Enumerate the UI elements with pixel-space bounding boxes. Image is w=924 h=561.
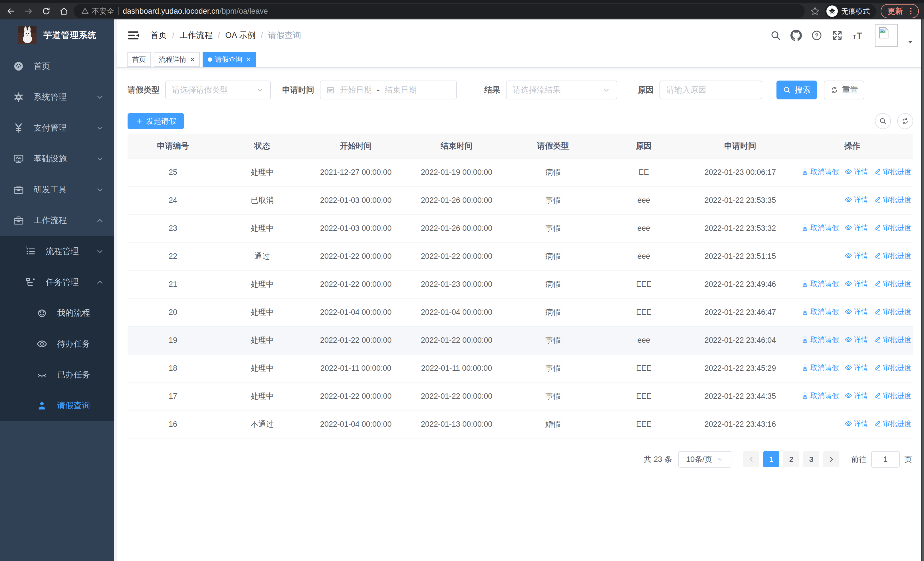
- approval-progress-link[interactable]: 审批进度: [874, 223, 912, 233]
- detail-link[interactable]: 详情: [844, 251, 868, 260]
- browser-update-button[interactable]: 更新: [880, 4, 919, 18]
- sidebar-item-leave-query[interactable]: 请假查询: [0, 390, 114, 421]
- tab-home[interactable]: 首页: [127, 52, 151, 67]
- sidebar-item-workflow[interactable]: 工作流程: [0, 205, 114, 236]
- sidebar-item-home[interactable]: 首页: [0, 51, 114, 82]
- next-page-button[interactable]: [823, 451, 839, 467]
- approval-progress-link[interactable]: 审批进度: [874, 307, 912, 316]
- search-button[interactable]: 搜索: [777, 81, 817, 99]
- browser-back-button[interactable]: [5, 5, 16, 17]
- browser-forward-button[interactable]: [23, 5, 34, 17]
- detail-link[interactable]: 详情: [844, 195, 868, 205]
- sidebar-item-todo-tasks[interactable]: 待办任务: [0, 328, 114, 359]
- close-tab-icon[interactable]: ×: [246, 56, 250, 63]
- detail-link[interactable]: 详情: [844, 419, 868, 429]
- tab-label: 请假查询: [215, 55, 242, 64]
- page-button-2[interactable]: 2: [783, 451, 799, 467]
- tab-process-detail[interactable]: 流程详情×: [154, 52, 200, 67]
- app-window: 芋道管理系统 首页系统管理支付管理基础设施研发工具工作流程流程管理任务管理我的流…: [0, 20, 924, 561]
- refresh-icon: [830, 86, 838, 94]
- breadcrumb-item[interactable]: 首页: [150, 30, 167, 41]
- apply-time-range-picker[interactable]: 开始日期 - 结束日期: [320, 81, 457, 99]
- cancel-leave-link[interactable]: 取消请假: [801, 307, 839, 316]
- cancel-leave-link[interactable]: 取消请假: [801, 335, 839, 344]
- approval-progress-link[interactable]: 审批进度: [874, 167, 912, 176]
- breadcrumb-item[interactable]: OA 示例: [225, 30, 255, 41]
- eye-closed-icon: [36, 369, 47, 380]
- caret-down-icon[interactable]: [907, 39, 914, 45]
- page-button-3[interactable]: 3: [803, 451, 819, 467]
- refresh-table-button[interactable]: [897, 113, 913, 129]
- cell-start-time: 2022-01-03 00:00:00: [306, 186, 405, 214]
- detail-link[interactable]: 详情: [844, 223, 868, 233]
- kebab-menu-icon[interactable]: [906, 7, 915, 16]
- tab-leave-query[interactable]: 请假查询×: [202, 52, 256, 67]
- view-icon: [844, 420, 852, 427]
- detail-link[interactable]: 详情: [844, 279, 868, 289]
- approval-progress-link[interactable]: 审批进度: [874, 279, 912, 289]
- detail-link[interactable]: 详情: [844, 307, 868, 316]
- sidebar-item-infrastructure[interactable]: 基础设施: [0, 143, 114, 174]
- approval-progress-link[interactable]: 审批进度: [874, 391, 912, 400]
- approval-progress-link[interactable]: 审批进度: [874, 251, 912, 260]
- sidebar-item-task-mgmt[interactable]: 任务管理: [0, 267, 114, 298]
- show-search-toggle-button[interactable]: [875, 113, 891, 129]
- address-bar[interactable]: 不安全 dashboard.yudao.iocoder.cn/bpm/oa/le…: [74, 4, 805, 18]
- breadcrumb: 首页/工作流程/OA 示例/请假查询: [150, 30, 770, 41]
- cancel-leave-link[interactable]: 取消请假: [801, 363, 839, 373]
- detail-link[interactable]: 详情: [844, 391, 868, 400]
- edit-icon: [874, 224, 881, 232]
- leave-type-select[interactable]: 请选择请假类型: [165, 81, 271, 99]
- edit-icon: [874, 168, 881, 175]
- avatar[interactable]: [875, 24, 898, 47]
- cell-apply-time: 2022-01-22 23:51:15: [689, 242, 791, 270]
- search-icon[interactable]: [770, 30, 782, 41]
- page-scrollbar[interactable]: [921, 20, 924, 561]
- bookmark-star-icon[interactable]: [810, 6, 820, 16]
- cancel-leave-link[interactable]: 取消请假: [801, 391, 839, 400]
- cancel-leave-link[interactable]: 取消请假: [801, 167, 839, 176]
- app-logo: [18, 26, 36, 44]
- cell-leave-type: 病假: [508, 242, 598, 270]
- cancel-leave-link[interactable]: 取消请假: [801, 223, 839, 233]
- approval-progress-link[interactable]: 审批进度: [874, 419, 912, 429]
- reset-button[interactable]: 重置: [824, 81, 864, 99]
- sidebar-item-my-process[interactable]: 我的流程: [0, 298, 114, 328]
- help-icon[interactable]: ?: [811, 30, 822, 41]
- browser-reload-button[interactable]: [40, 5, 52, 17]
- close-tab-icon[interactable]: ×: [190, 56, 195, 63]
- table-row: 23处理中2022-01-03 00:00:002022-01-26 00:00…: [128, 214, 913, 242]
- sidebar-item-dev-tools[interactable]: 研发工具: [0, 174, 114, 205]
- site-security-chip[interactable]: 不安全: [81, 6, 114, 16]
- page-size-select[interactable]: 10条/页: [678, 451, 731, 468]
- goto-page-input[interactable]: [871, 451, 900, 468]
- github-icon[interactable]: [790, 30, 802, 41]
- detail-link[interactable]: 详情: [844, 363, 868, 373]
- approval-progress-link[interactable]: 审批进度: [874, 195, 912, 205]
- detail-link[interactable]: 详情: [844, 167, 868, 176]
- sidebar-item-system[interactable]: 系统管理: [0, 82, 114, 113]
- reason-input[interactable]: [666, 86, 755, 95]
- sidebar-item-done-tasks[interactable]: 已办任务: [0, 359, 114, 390]
- browser-home-button[interactable]: [58, 5, 70, 17]
- cell-actions: 详情审批进度: [791, 242, 913, 270]
- cancel-leave-link[interactable]: 取消请假: [801, 279, 839, 289]
- sidebar-fold-icon[interactable]: [127, 29, 140, 42]
- fullscreen-icon[interactable]: [831, 30, 843, 41]
- result-select[interactable]: 请选择流结果: [506, 81, 617, 99]
- sidebar-item-process-mgmt[interactable]: 流程管理: [0, 236, 114, 267]
- cell-leave-type: 病假: [508, 158, 598, 186]
- prev-page-button[interactable]: [743, 451, 759, 467]
- start-date-placeholder: 开始日期: [340, 84, 372, 95]
- page-button-1[interactable]: 1: [764, 451, 779, 467]
- approval-progress-link[interactable]: 审批进度: [874, 335, 912, 344]
- search-icon: [783, 86, 791, 94]
- font-size-icon[interactable]: TT: [852, 30, 864, 41]
- approval-progress-link[interactable]: 审批进度: [874, 363, 912, 373]
- create-leave-button[interactable]: 发起请假: [128, 113, 184, 129]
- breadcrumb-item[interactable]: 工作流程: [180, 30, 213, 41]
- table-body: 25处理中2021-12-27 00:00:002022-01-19 00:00…: [128, 158, 913, 438]
- cell-actions: 取消请假详情审批进度: [791, 382, 913, 410]
- sidebar-item-payment[interactable]: 支付管理: [0, 113, 114, 143]
- detail-link[interactable]: 详情: [844, 335, 868, 344]
